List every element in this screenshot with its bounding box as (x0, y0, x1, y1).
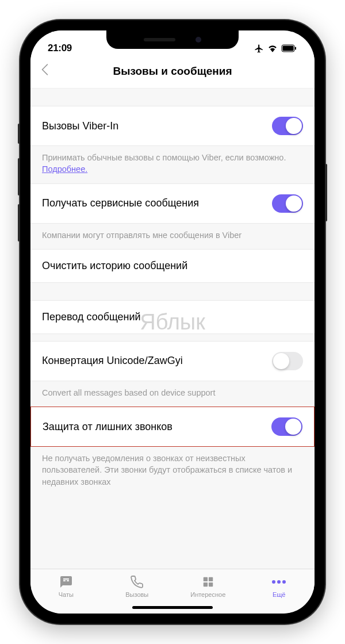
phone-frame: 21:09 Вызовы и сообщения Яблык Вызовы Vi… (20, 20, 325, 624)
page-title: Вызовы и сообщения (41, 65, 304, 78)
tab-label: Вызовы (125, 591, 148, 598)
notch (106, 30, 239, 49)
svg-rect-5 (204, 582, 208, 586)
setting-desc: Convert all messages based on device sup… (30, 381, 315, 407)
tab-label: Чаты (59, 591, 74, 598)
toggle-viber-in[interactable] (272, 117, 303, 135)
setting-label: Очистить историю сообщений (42, 260, 187, 272)
svg-point-8 (277, 580, 281, 584)
nav-header: Вызовы и сообщения (30, 58, 315, 89)
setting-label: Вызовы Viber-In (42, 120, 118, 132)
setting-desc: Принимать обычные вызовы с помощью Viber… (30, 146, 315, 183)
tab-chats[interactable]: Чаты (30, 569, 102, 603)
toggle-call-protection[interactable] (271, 417, 302, 436)
status-time: 21:09 (48, 43, 72, 54)
svg-point-9 (282, 580, 286, 584)
svg-rect-4 (209, 577, 213, 581)
tab-explore[interactable]: Интересное (172, 569, 244, 603)
setting-translation[interactable]: Перевод сообщений (30, 300, 315, 334)
home-indicator[interactable] (132, 606, 213, 609)
setting-label: Защита от лишних звонков (43, 421, 172, 433)
tab-label: Интересное (190, 591, 225, 598)
setting-unicode[interactable]: Конвертация Unicode/ZawGyi (30, 341, 315, 381)
airplane-icon (254, 44, 264, 53)
tab-calls[interactable]: Вызовы (102, 569, 173, 603)
chat-icon (59, 575, 74, 589)
svg-rect-1 (283, 46, 294, 51)
svg-rect-3 (204, 577, 208, 581)
battery-icon (281, 44, 297, 52)
setting-service-messages[interactable]: Получать сервисные сообщения (30, 183, 315, 224)
learn-more-link[interactable]: Подробнее. (42, 164, 87, 174)
content-area: Яблык Вызовы Viber-In Принимать обычные … (30, 89, 315, 569)
tab-label: Ещё (273, 591, 286, 598)
back-button[interactable] (41, 63, 49, 79)
toggle-service-messages[interactable] (272, 194, 303, 213)
status-icons (254, 44, 297, 53)
toggle-unicode[interactable] (272, 352, 303, 370)
setting-call-protection[interactable]: Защита от лишних звонков (30, 407, 315, 447)
setting-label: Получать сервисные сообщения (42, 197, 199, 209)
grid-icon (201, 575, 216, 589)
setting-label: Конвертация Unicode/ZawGyi (42, 355, 183, 367)
power-button (325, 164, 327, 221)
setting-label: Перевод сообщений (42, 311, 141, 323)
svg-point-7 (272, 580, 275, 584)
svg-rect-6 (209, 582, 213, 586)
volume-up (18, 158, 20, 195)
setting-clear-history[interactable]: Очистить историю сообщений (30, 249, 315, 283)
svg-rect-2 (295, 47, 296, 50)
phone-icon (129, 575, 144, 589)
tab-more[interactable]: Ещё (244, 569, 315, 603)
setting-desc: Компании могут отправлять мне сообщения … (30, 224, 315, 249)
setting-desc: Не получать уведомления о звонках от неи… (30, 447, 315, 496)
mute-switch (18, 124, 20, 144)
volume-down (18, 204, 20, 241)
more-icon (271, 575, 286, 589)
wifi-icon (267, 44, 278, 52)
setting-viber-in[interactable]: Вызовы Viber-In (30, 106, 315, 146)
